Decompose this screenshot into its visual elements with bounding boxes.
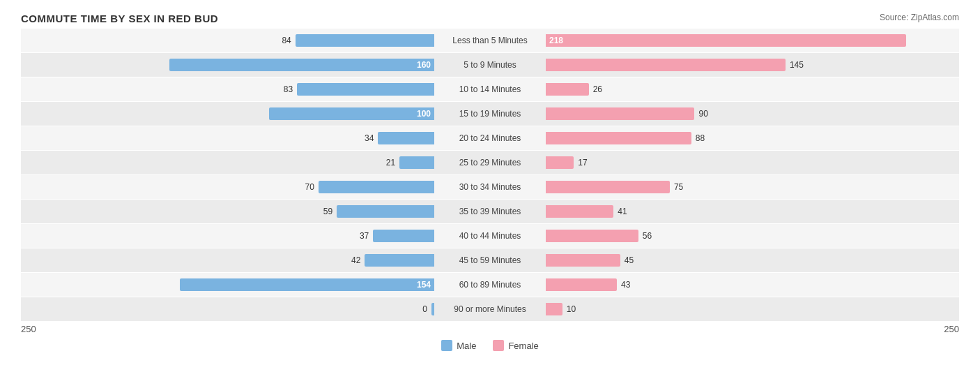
female-value: 43 (621, 280, 630, 290)
legend-male-label: Male (457, 341, 476, 351)
row-label: 20 to 24 Minutes (434, 133, 546, 143)
left-area: 100 (21, 105, 434, 123)
female-bar (546, 230, 638, 242)
left-area: 154 (21, 276, 434, 294)
row-label: 5 to 9 Minutes (434, 60, 546, 70)
male-bar-wrap: 21 (21, 156, 434, 170)
female-bar (546, 278, 617, 291)
female-bar (546, 107, 694, 120)
left-area: 34 (21, 129, 434, 147)
female-bar-wrap: 41 (546, 204, 959, 218)
table-row: 42 45 to 59 Minutes 45 (21, 248, 959, 272)
right-area: 88 (546, 129, 959, 147)
row-label: 10 to 14 Minutes (434, 84, 546, 94)
right-area: 41 (546, 202, 959, 221)
row-label: 90 or more Minutes (434, 304, 546, 314)
male-bar (378, 132, 434, 144)
male-bar-wrap: 42 (21, 253, 434, 267)
female-value: 90 (698, 109, 707, 119)
male-value: 83 (284, 84, 293, 94)
male-bar (296, 34, 434, 47)
female-bar-wrap: 17 (546, 156, 959, 170)
table-row: 160 5 to 9 Minutes 145 (21, 53, 959, 77)
female-value: 145 (790, 60, 804, 70)
male-value: 84 (282, 36, 291, 45)
table-row: 34 20 to 24 Minutes 88 (21, 126, 959, 150)
legend-male-box (441, 340, 452, 351)
table-row: 70 30 to 34 Minutes 75 (21, 175, 959, 199)
male-value: 0 (422, 304, 427, 314)
male-bar-wrap: 100 (21, 107, 434, 121)
chart-source: Source: ZipAtlas.com (880, 13, 959, 22)
female-bar-wrap: 88 (546, 131, 959, 145)
female-value: 218 (549, 36, 563, 45)
male-value: 154 (417, 280, 431, 290)
female-bar (546, 205, 613, 218)
female-value: 41 (618, 207, 627, 216)
axis-right: 250 (546, 324, 959, 334)
row-inner: 154 60 to 89 Minutes 43 (21, 276, 959, 294)
male-bar (297, 83, 434, 96)
table-row: 59 35 to 39 Minutes 41 (21, 200, 959, 223)
row-inner: 34 20 to 24 Minutes 88 (21, 129, 959, 147)
male-value: 160 (417, 60, 431, 70)
female-value: 17 (578, 158, 587, 167)
male-bar (337, 205, 434, 218)
row-label: 45 to 59 Minutes (434, 255, 546, 265)
female-value: 56 (643, 231, 652, 241)
male-value: 100 (417, 109, 431, 119)
male-bar (373, 230, 434, 242)
female-value: 88 (696, 133, 705, 143)
female-bar (546, 181, 670, 193)
left-area: 84 (21, 31, 434, 50)
legend-male: Male (441, 340, 476, 351)
female-bar-wrap: 56 (546, 229, 959, 243)
row-label: 60 to 89 Minutes (434, 280, 546, 290)
female-bar-wrap: 43 (546, 278, 959, 292)
left-area: 83 (21, 80, 434, 98)
male-bar-wrap: 154 (21, 278, 434, 292)
row-inner: 21 25 to 29 Minutes 17 (21, 154, 959, 172)
female-bar (546, 303, 562, 315)
row-inner: 37 40 to 44 Minutes 56 (21, 227, 959, 245)
legend-female-label: Female (508, 341, 538, 351)
right-area: 75 (546, 178, 959, 196)
male-bar-wrap: 37 (21, 229, 434, 243)
right-area: 90 (546, 105, 959, 123)
female-bar-wrap: 218 (546, 33, 959, 47)
chart-title: COMMUTE TIME BY SEX IN RED BUD (21, 13, 959, 24)
male-bar: 100 (269, 107, 434, 120)
female-bar: 218 (546, 34, 906, 47)
female-bar (546, 156, 574, 169)
axis-left: 250 (21, 324, 434, 334)
right-area: 145 (546, 56, 959, 74)
male-value: 21 (386, 158, 395, 167)
female-value: 75 (674, 182, 683, 192)
legend-female: Female (493, 340, 538, 351)
right-area: 17 (546, 154, 959, 172)
row-inner: 42 45 to 59 Minutes 45 (21, 251, 959, 269)
table-row: 21 25 to 29 Minutes 17 (21, 151, 959, 174)
row-label: 30 to 34 Minutes (434, 182, 546, 192)
female-bar (546, 132, 691, 144)
row-inner: 84 Less than 5 Minutes 218 (21, 31, 959, 50)
female-bar-wrap: 145 (546, 58, 959, 72)
male-bar-wrap: 83 (21, 82, 434, 96)
male-value: 34 (365, 133, 374, 143)
row-inner: 70 30 to 34 Minutes 75 (21, 178, 959, 196)
female-value: 26 (593, 84, 602, 94)
male-bar (399, 156, 434, 169)
row-label: 15 to 19 Minutes (434, 109, 546, 119)
row-inner: 160 5 to 9 Minutes 145 (21, 56, 959, 74)
male-bar-wrap: 0 (21, 302, 434, 316)
female-bar-wrap: 90 (546, 107, 959, 121)
left-area: 37 (21, 227, 434, 245)
right-area: 45 (546, 251, 959, 269)
right-area: 26 (546, 80, 959, 98)
legend-female-box (493, 340, 504, 351)
left-area: 0 (21, 300, 434, 318)
female-bar (546, 59, 786, 71)
male-value: 42 (351, 255, 360, 265)
row-label: 25 to 29 Minutes (434, 158, 546, 167)
female-value: 45 (625, 255, 634, 265)
